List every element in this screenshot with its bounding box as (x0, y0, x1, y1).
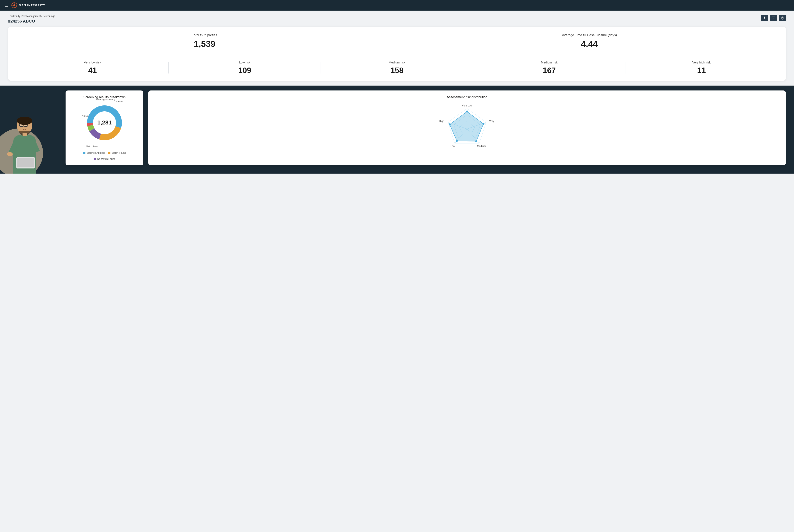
svg-text:1,281: 1,281 (97, 119, 112, 126)
radar-chart-title: Assessment risk distribution (153, 95, 781, 99)
legend-label-matchfound: Match Found (112, 151, 126, 154)
charts-section: Screening results breakdown Matche... Pe… (66, 86, 786, 165)
seg-label-pending: Pending Screening (96, 98, 115, 101)
svg-point-37 (449, 124, 451, 126)
svg-point-10 (7, 152, 13, 156)
charts-area: Screening results breakdown Matche... Pe… (0, 86, 794, 174)
risk-value-3: 167 (475, 66, 623, 75)
risk-label-0: Very low risk (18, 61, 167, 64)
svg-point-33 (466, 111, 468, 113)
legend-dot-matches (83, 152, 86, 154)
svg-point-14 (25, 127, 26, 127)
svg-point-5 (17, 117, 32, 134)
risk-value-2: 158 (323, 66, 471, 75)
chat-button[interactable] (770, 15, 777, 21)
avg-time-stat: Average Time till Case Closure (days) 4.… (401, 33, 778, 49)
stats-card: Total third parties 1,539 Average Time t… (8, 27, 786, 81)
main-content: Third Party Risk Management / Screenings… (0, 11, 794, 532)
svg-text:Very High: Very High (489, 120, 496, 122)
risk-section-2: Medium risk 158 (321, 61, 473, 75)
svg-rect-12 (17, 158, 34, 167)
gan-logo-icon (12, 2, 17, 8)
legend-label-nomatch: No Match Found (97, 158, 115, 160)
legend-no-match: No Match Found (94, 158, 115, 160)
svg-rect-6 (19, 124, 23, 127)
svg-point-9 (17, 117, 32, 125)
navbar: ☰ GAN INTEGRITY (0, 0, 794, 11)
chat-icon (772, 16, 775, 20)
logo: GAN INTEGRITY (12, 2, 45, 8)
svg-point-13 (22, 127, 24, 127)
history-icon (781, 16, 784, 20)
svg-text:Very Low: Very Low (462, 104, 472, 107)
donut-legend: Matches Applied Match Found No Match Fou… (71, 151, 139, 160)
svg-rect-7 (24, 124, 27, 127)
risk-value-1: 109 (171, 66, 319, 75)
svg-rect-2 (763, 19, 766, 19)
svg-point-36 (456, 140, 458, 142)
risk-label-1: Low risk (171, 61, 319, 64)
donut-svg: 1,281 (84, 102, 125, 143)
breadcrumb-parent[interactable]: Third Party Risk Management (8, 15, 41, 18)
svg-text:Medium: Medium (477, 145, 486, 148)
breadcrumb: Third Party Risk Management / Screenings (8, 15, 786, 18)
svg-rect-11 (16, 157, 35, 169)
avg-time-value: 4.44 (401, 39, 778, 49)
person-circle-bg (0, 129, 43, 174)
risk-value-4: 11 (627, 66, 776, 75)
page-title: #24256 ABCO (8, 19, 786, 23)
risk-label-2: Medium risk (323, 61, 471, 64)
person-silhouette (2, 112, 47, 174)
seg-label-matchfound: Match Found (86, 145, 99, 148)
risk-section-0: Very low risk 41 (16, 61, 169, 75)
svg-point-34 (482, 123, 484, 125)
radar-wrapper: Very Low Very High Medium Low High (438, 102, 496, 156)
risk-section-1: Low risk 109 (169, 61, 321, 75)
donut-container: Matche... Pending Screening No Match... … (71, 102, 139, 160)
total-parties-stat: Total third parties 1,539 (16, 33, 393, 49)
total-parties-value: 1,539 (16, 39, 393, 49)
svg-text:Low: Low (450, 145, 455, 148)
legend-matches-applied: Matches Applied (83, 151, 105, 154)
breadcrumb-separator: / (41, 15, 43, 18)
risk-label-4: Very high risk (627, 61, 776, 64)
svg-point-35 (475, 140, 477, 142)
upload-icon (763, 16, 766, 20)
stats-top: Total third parties 1,539 Average Time t… (16, 33, 778, 55)
donut-chart: 1,281 (84, 102, 125, 143)
avg-time-label: Average Time till Case Closure (days) (401, 33, 778, 37)
radar-chart-card: Assessment risk distribution (148, 91, 786, 165)
header-actions (761, 15, 786, 21)
legend-label-matches: Matches Applied (87, 151, 105, 154)
risk-label-3: Medium risk (475, 61, 623, 64)
svg-text:High: High (439, 120, 444, 122)
upload-button[interactable] (761, 15, 768, 21)
legend-dot-nomatch (94, 158, 96, 160)
total-parties-label: Total third parties (16, 33, 393, 37)
hamburger-icon[interactable]: ☰ (5, 3, 8, 7)
breadcrumb-current[interactable]: Screenings (43, 15, 55, 18)
history-button[interactable] (779, 15, 786, 21)
svg-rect-15 (22, 133, 26, 136)
svg-point-1 (13, 4, 15, 6)
person-image-area (0, 108, 53, 174)
stats-bottom: Very low risk 41 Low risk 109 Medium ris… (16, 61, 778, 75)
page-header: Third Party Risk Management / Screenings… (0, 11, 794, 27)
radar-container: Very Low Very High Medium Low High (153, 102, 781, 156)
brand-name: GAN INTEGRITY (19, 4, 45, 7)
risk-value-0: 41 (18, 66, 167, 75)
legend-dot-matchfound (108, 152, 110, 154)
screening-chart-card: Screening results breakdown Matche... Pe… (66, 91, 143, 165)
legend-match-found: Match Found (108, 151, 126, 154)
risk-section-4: Very high risk 11 (625, 61, 778, 75)
svg-marker-32 (450, 112, 483, 141)
radar-svg: Very Low Very High Medium Low High (438, 102, 496, 156)
risk-section-3: Medium risk 167 (473, 61, 625, 75)
